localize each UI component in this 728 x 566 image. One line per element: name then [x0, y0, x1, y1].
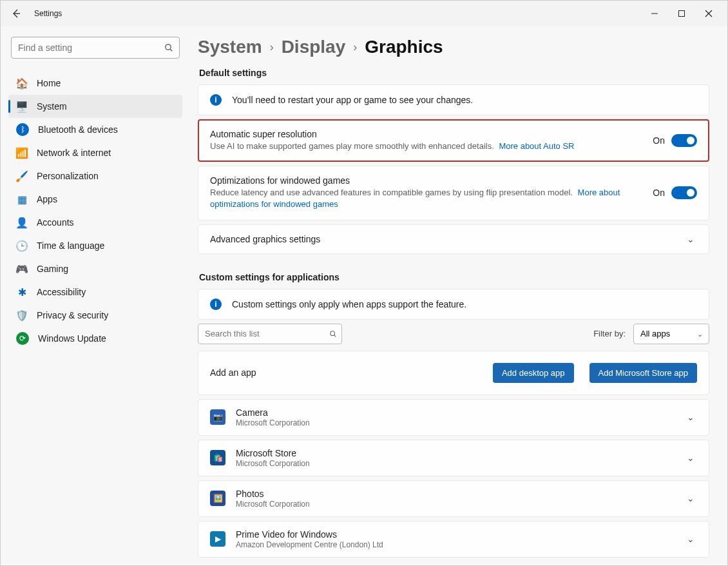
app-name: Camera	[236, 407, 674, 418]
chevron-down-icon: ⌄	[684, 412, 697, 422]
list-search-input[interactable]	[198, 324, 342, 344]
sidebar-item-windows-update[interactable]: ⟳Windows Update	[8, 327, 182, 350]
arrow-left-icon	[11, 8, 21, 19]
info-icon: i	[210, 94, 222, 106]
accessibility-icon: ✱	[16, 286, 28, 298]
sidebar-item-bluetooth-devices[interactable]: ᛒBluetooth & devices	[8, 118, 182, 141]
chevron-down-icon: ⌄	[684, 493, 697, 503]
chevron-right-icon: ›	[270, 41, 274, 54]
sidebar-item-network-internet[interactable]: 📶Network & internet	[8, 141, 182, 164]
app-row[interactable]: 📷CameraMicrosoft Corporation⌄	[198, 399, 709, 436]
app-name: Microsoft Store	[236, 448, 674, 458]
sidebar-item-privacy-security[interactable]: 🛡️Privacy & security	[8, 304, 182, 327]
sidebar-item-personalization[interactable]: 🖌️Personalization	[8, 164, 182, 188]
sidebar-item-time-language[interactable]: 🕒Time & language	[8, 234, 182, 257]
filter-label: Filter by:	[593, 329, 626, 338]
sidebar-item-accounts[interactable]: 👤Accounts	[8, 211, 182, 234]
bluetooth-devices-icon: ᛒ	[16, 123, 29, 136]
breadcrumb-display[interactable]: Display	[282, 37, 346, 57]
accounts-icon: 👤	[16, 217, 28, 228]
auto-sr-toggle[interactable]	[671, 134, 697, 147]
maximize-icon	[678, 10, 685, 17]
auto-sr-link[interactable]: More about Auto SR	[499, 141, 574, 151]
app-publisher: Microsoft Corporation	[236, 500, 674, 509]
apps-icon: ▦	[16, 193, 28, 205]
app-icon: 🛍️	[210, 450, 225, 465]
app-name: Prime Video for Windows	[236, 529, 674, 540]
sidebar-item-apps[interactable]: ▦Apps	[8, 188, 182, 211]
owg-state: On	[653, 188, 665, 198]
add-app-label: Add an app	[210, 367, 483, 378]
privacy-security-icon: 🛡️	[16, 309, 28, 321]
svg-point-2	[330, 331, 335, 335]
add-app-card: Add an app Add desktop app Add Microsoft…	[198, 351, 709, 395]
svg-point-1	[166, 44, 171, 50]
settings-window: Settings 🏠Home🖥️SystemᛒBluetooth & devic…	[0, 0, 728, 566]
auto-sr-desc: Use AI to make supported games play more…	[210, 141, 494, 151]
auto-sr-state: On	[653, 135, 665, 146]
back-button[interactable]	[6, 3, 26, 24]
breadcrumb-system[interactable]: System	[198, 37, 262, 57]
sidebar: 🏠Home🖥️SystemᛒBluetooth & devices📶Networ…	[1, 26, 187, 565]
info-custom-text: Custom settings only apply when apps sup…	[232, 299, 697, 309]
breadcrumb: System › Display › Graphics	[198, 37, 709, 57]
app-row[interactable]: ▶Prime Video for WindowsAmazon Developme…	[198, 521, 709, 558]
info-restart-card: i You'll need to restart your app or gam…	[198, 84, 709, 115]
owg-toggle[interactable]	[671, 186, 697, 199]
personalization-icon: 🖌️	[16, 170, 28, 182]
sidebar-item-label: Time & language	[37, 240, 104, 251]
search-icon	[329, 330, 337, 338]
sidebar-item-label: Privacy & security	[37, 310, 108, 320]
content-area[interactable]: System › Display › Graphics Default sett…	[187, 26, 727, 565]
app-icon: 📷	[210, 409, 225, 425]
search-input[interactable]	[11, 37, 180, 59]
list-search-box	[198, 324, 342, 344]
sidebar-item-home[interactable]: 🏠Home	[8, 72, 182, 95]
minimize-button[interactable]	[641, 3, 668, 24]
info-restart-text: You'll need to restart your app or game …	[232, 95, 697, 105]
sidebar-item-label: Bluetooth & devices	[38, 124, 118, 135]
sidebar-item-gaming[interactable]: 🎮Gaming	[8, 257, 182, 280]
app-icon: ▶	[210, 531, 225, 547]
breadcrumb-graphics: Graphics	[365, 37, 443, 57]
section-default-title: Default settings	[199, 68, 709, 78]
add-desktop-app-button[interactable]: Add desktop app	[493, 363, 574, 383]
sidebar-item-label: Apps	[37, 194, 57, 204]
filter-select[interactable]: All apps	[633, 324, 709, 344]
system-icon: 🖥️	[16, 101, 28, 112]
chevron-down-icon: ⌄	[684, 234, 697, 244]
maximize-button[interactable]	[668, 3, 695, 24]
owg-desc: Reduce latency and use advanced features…	[210, 188, 573, 197]
sidebar-item-accessibility[interactable]: ✱Accessibility	[8, 280, 182, 304]
section-custom-title: Custom settings for applications	[199, 272, 709, 282]
auto-sr-title: Automatic super resolution	[210, 129, 642, 139]
auto-sr-card: Automatic super resolution Use AI to mak…	[198, 119, 709, 162]
app-publisher: Microsoft Corporation	[236, 418, 674, 427]
sidebar-item-label: Gaming	[37, 264, 68, 274]
sidebar-item-system[interactable]: 🖥️System	[8, 95, 182, 118]
windows-update-icon: ⟳	[16, 332, 29, 345]
chevron-down-icon: ⌄	[684, 534, 697, 544]
advanced-graphics-card[interactable]: Advanced graphics settings ⌄	[198, 224, 709, 254]
app-name: Photos	[236, 489, 674, 499]
owg-card: Optimizations for windowed games Reduce …	[198, 166, 709, 220]
app-row[interactable]: 🛍️Microsoft StoreMicrosoft Corporation⌄	[198, 440, 709, 476]
sidebar-item-label: Network & internet	[37, 148, 111, 158]
filter-row: Filter by: All apps ⌄	[198, 324, 709, 344]
app-row[interactable]: 🖼️PhotosMicrosoft Corporation⌄	[198, 480, 709, 517]
minimize-icon	[651, 10, 658, 17]
sidebar-item-label: Windows Update	[38, 333, 106, 344]
search-box	[11, 37, 180, 59]
close-button[interactable]	[695, 3, 722, 24]
sidebar-item-label: System	[37, 101, 67, 112]
app-icon: 🖼️	[210, 491, 225, 506]
network-internet-icon: 📶	[16, 147, 28, 159]
close-icon	[705, 10, 713, 17]
info-custom-card: i Custom settings only apply when apps s…	[198, 289, 709, 320]
svg-rect-0	[679, 11, 685, 17]
home-icon: 🏠	[16, 77, 28, 89]
sidebar-item-label: Home	[37, 78, 61, 88]
add-store-app-button[interactable]: Add Microsoft Store app	[589, 363, 697, 383]
time-language-icon: 🕒	[16, 240, 28, 251]
sidebar-item-label: Accessibility	[37, 287, 86, 297]
